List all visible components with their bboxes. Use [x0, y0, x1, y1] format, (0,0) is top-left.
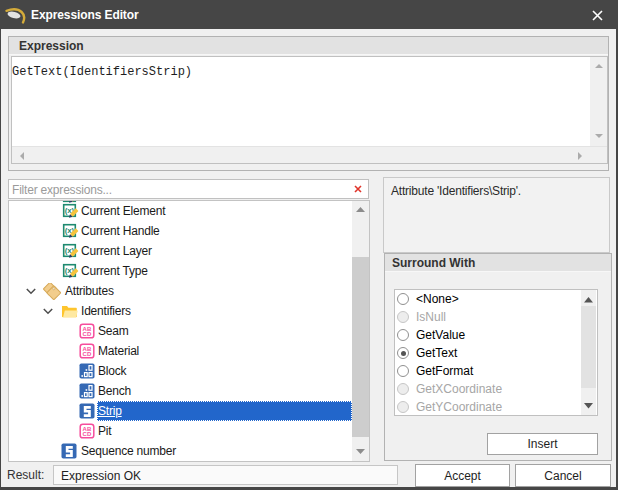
svg-text:CD: CD: [82, 431, 92, 437]
svg-text:CD: CD: [82, 351, 92, 357]
svg-text:CD: CD: [82, 331, 92, 337]
